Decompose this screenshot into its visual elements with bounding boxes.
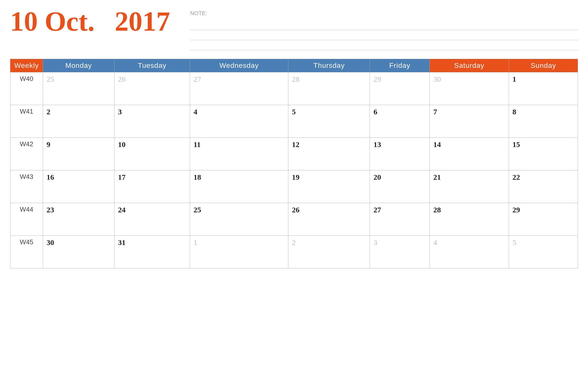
day-cell: 25 — [43, 72, 114, 105]
col-header-weekly: Weekly — [10, 59, 43, 72]
day-cell: 18 — [190, 170, 288, 203]
day-cell: 3 — [370, 236, 430, 268]
day-cell: 22 — [509, 170, 578, 203]
week-label-w45: W45 — [10, 236, 43, 268]
day-number: 16 — [47, 173, 54, 181]
day-number: 2 — [47, 108, 50, 116]
day-cell: 20 — [370, 170, 430, 203]
day-cell: 3 — [114, 105, 190, 138]
day-number: 20 — [373, 173, 381, 181]
day-number: 4 — [193, 108, 197, 116]
day-number: 31 — [118, 238, 126, 247]
day-number: 5 — [513, 238, 516, 247]
day-number: 3 — [373, 238, 377, 247]
day-number: 1 — [193, 238, 197, 247]
day-cell: 4 — [430, 236, 509, 268]
day-cell: 1 — [509, 72, 578, 105]
date-day: 10 Oct. — [10, 8, 95, 35]
col-header-sunday: Sunday — [509, 59, 578, 72]
day-cell: 12 — [288, 138, 370, 170]
day-number: 25 — [47, 75, 54, 83]
day-number: 30 — [433, 75, 441, 83]
day-number: 27 — [373, 206, 381, 214]
calendar-row: W4423242526272829 — [10, 203, 578, 236]
calendar-row: W412345678 — [10, 105, 578, 138]
day-number: 28 — [292, 75, 299, 83]
day-number: 25 — [193, 206, 201, 214]
day-number: 14 — [433, 140, 441, 149]
day-cell: 1 — [190, 236, 288, 268]
day-cell: 9 — [43, 138, 114, 170]
note-line-2 — [190, 31, 578, 40]
day-cell: 15 — [509, 138, 578, 170]
day-cell: 29 — [509, 203, 578, 236]
day-number: 29 — [513, 206, 520, 214]
day-cell: 17 — [114, 170, 190, 203]
note-line-1 — [190, 21, 578, 30]
day-cell: 27 — [190, 72, 288, 105]
day-cell: 29 — [370, 72, 430, 105]
col-header-saturday: Saturday — [430, 59, 509, 72]
day-cell: 5 — [509, 236, 578, 268]
day-cell: 2 — [288, 236, 370, 268]
day-cell: 31 — [114, 236, 190, 268]
day-cell: 5 — [288, 105, 370, 138]
day-number: 26 — [118, 75, 126, 83]
day-number: 15 — [513, 140, 520, 149]
week-label-w40: W40 — [10, 72, 43, 105]
day-cell: 25 — [190, 203, 288, 236]
day-number: 6 — [373, 108, 377, 116]
week-label-w42: W42 — [10, 138, 43, 170]
col-header-wednesday: Wednesday — [190, 59, 288, 72]
day-number: 26 — [292, 206, 299, 214]
day-number: 3 — [118, 108, 122, 116]
header: 10 Oct. 2017 NOTE: — [10, 8, 578, 51]
calendar-header-row: Weekly Monday Tuesday Wednesday Thursday… — [10, 59, 578, 72]
day-cell: 28 — [288, 72, 370, 105]
date-year: 2017 — [115, 8, 170, 35]
day-cell: 14 — [430, 138, 509, 170]
day-number: 30 — [47, 238, 54, 247]
day-cell: 7 — [430, 105, 509, 138]
day-number: 7 — [433, 108, 437, 116]
week-label-w43: W43 — [10, 170, 43, 203]
day-number: 17 — [118, 173, 126, 181]
day-cell: 23 — [43, 203, 114, 236]
day-cell: 27 — [370, 203, 430, 236]
day-number: 2 — [292, 238, 296, 247]
day-cell: 30 — [43, 236, 114, 268]
day-number: 24 — [118, 206, 126, 214]
calendar-table: Weekly Monday Tuesday Wednesday Thursday… — [10, 59, 578, 268]
day-cell: 11 — [190, 138, 288, 170]
day-cell: 2 — [43, 105, 114, 138]
week-label-w44: W44 — [10, 203, 43, 236]
note-label: NOTE: — [190, 10, 578, 17]
week-label-w41: W41 — [10, 105, 43, 138]
calendar-row: W45303112345 — [10, 236, 578, 268]
day-number: 12 — [292, 140, 299, 149]
day-number: 8 — [513, 108, 516, 116]
day-number: 29 — [373, 75, 381, 83]
day-number: 27 — [193, 75, 201, 83]
day-cell: 21 — [430, 170, 509, 203]
day-cell: 26 — [288, 203, 370, 236]
day-cell: 24 — [114, 203, 190, 236]
day-number: 28 — [433, 206, 441, 214]
day-number: 19 — [292, 173, 299, 181]
day-number: 21 — [433, 173, 441, 181]
calendar-row: W402526272829301 — [10, 72, 578, 105]
col-header-thursday: Thursday — [288, 59, 370, 72]
day-cell: 30 — [430, 72, 509, 105]
day-cell: 19 — [288, 170, 370, 203]
day-cell: 10 — [114, 138, 190, 170]
note-section: NOTE: — [190, 8, 578, 51]
day-cell: 16 — [43, 170, 114, 203]
day-number: 1 — [513, 75, 516, 83]
day-cell: 4 — [190, 105, 288, 138]
col-header-friday: Friday — [370, 59, 430, 72]
calendar-row: W429101112131415 — [10, 138, 578, 170]
note-line-3 — [190, 41, 578, 50]
day-cell: 28 — [430, 203, 509, 236]
day-number: 5 — [292, 108, 296, 116]
day-number: 13 — [373, 140, 381, 149]
